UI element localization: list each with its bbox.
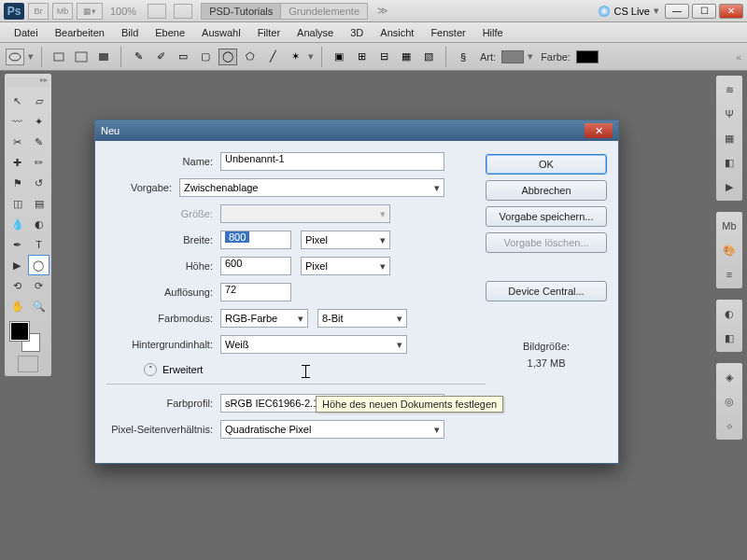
menu-bild[interactable]: Bild bbox=[113, 25, 147, 40]
ok-button[interactable]: OK bbox=[486, 154, 607, 175]
farbmodus-select[interactable]: RGB-Farbe bbox=[220, 309, 308, 328]
3d-camera-icon[interactable]: ⟳ bbox=[28, 275, 49, 296]
subtract-shape-icon[interactable]: ⊟ bbox=[374, 49, 393, 65]
current-tool-icon[interactable] bbox=[6, 49, 24, 65]
vorgabe-select[interactable]: Zwischenablage bbox=[179, 178, 444, 197]
minibridge-icon[interactable]: Mb bbox=[52, 3, 73, 20]
menu-fenster[interactable]: Fenster bbox=[422, 25, 473, 40]
info-panel-icon[interactable]: ▦ bbox=[720, 130, 739, 147]
channels-panel-icon[interactable]: ◎ bbox=[720, 393, 739, 410]
menu-3d[interactable]: 3D bbox=[342, 25, 372, 40]
polygon-shape-icon[interactable]: ⬠ bbox=[241, 49, 260, 65]
collapse-options-icon[interactable]: « bbox=[736, 51, 741, 63]
maximize-button[interactable]: ☐ bbox=[692, 4, 716, 19]
menu-bearbeiten[interactable]: Bearbeiten bbox=[47, 25, 113, 40]
styles-panel-icon[interactable]: ≡ bbox=[720, 266, 739, 283]
zoom-level[interactable]: 100% bbox=[110, 6, 136, 17]
crop-tool-icon[interactable]: ✂ bbox=[7, 132, 28, 152]
pen-icon[interactable]: ✎ bbox=[129, 49, 148, 65]
new-shape-layer-icon[interactable]: ▣ bbox=[330, 49, 348, 65]
pixelsv-select[interactable]: Quadratische Pixel bbox=[220, 420, 444, 439]
3d-tool-icon[interactable]: ⟲ bbox=[7, 275, 28, 296]
color-swatches[interactable] bbox=[7, 320, 49, 354]
path-select-icon[interactable]: ▶ bbox=[7, 255, 28, 275]
shape-layers-icon[interactable] bbox=[49, 49, 68, 65]
eraser-tool-icon[interactable]: ◫ bbox=[7, 193, 28, 214]
histogram-panel-icon[interactable]: ≋ bbox=[720, 81, 739, 98]
menu-analyse[interactable]: Analyse bbox=[289, 25, 342, 40]
breite-input[interactable]: 800 bbox=[220, 231, 291, 249]
bit-depth-select[interactable]: 8-Bit bbox=[317, 309, 407, 328]
bridge-icon[interactable]: Br bbox=[28, 3, 49, 20]
menu-datei[interactable]: Datei bbox=[6, 25, 47, 40]
dialog-close-button[interactable]: ✕ bbox=[585, 123, 613, 138]
freeform-pen-icon[interactable]: ✐ bbox=[151, 49, 170, 65]
menu-filter[interactable]: Filter bbox=[249, 25, 289, 40]
advanced-toggle[interactable]: ˄ Erweitert bbox=[106, 363, 486, 376]
name-input[interactable]: Unbenannt-1 bbox=[220, 152, 444, 171]
gradient-tool-icon[interactable]: ▤ bbox=[28, 193, 49, 214]
rounded-rect-shape-icon[interactable]: ▢ bbox=[196, 49, 215, 65]
marquee-tool-icon[interactable]: ▱ bbox=[28, 91, 49, 111]
art-swatch[interactable] bbox=[501, 50, 524, 63]
eyedropper-tool-icon[interactable]: ✎ bbox=[28, 132, 49, 152]
layout-picker-icon[interactable]: ▦▾ bbox=[77, 3, 103, 20]
rectangle-shape-icon[interactable]: ▭ bbox=[174, 49, 192, 65]
hoehe-unit-select[interactable]: Pixel bbox=[301, 257, 390, 275]
custom-shape-icon[interactable]: ✶ bbox=[286, 49, 304, 65]
farbe-swatch[interactable] bbox=[576, 50, 599, 63]
arrange-docs-icon[interactable] bbox=[148, 4, 166, 19]
layers-panel-icon[interactable]: ◈ bbox=[720, 369, 739, 385]
type-tool-icon[interactable]: T bbox=[28, 234, 49, 255]
save-preset-button[interactable]: Vorgabe speichern... bbox=[486, 206, 607, 227]
zoom-tool-icon[interactable]: 🔍 bbox=[28, 296, 49, 316]
shape-tool-icon[interactable]: ◯ bbox=[28, 255, 49, 275]
dialog-titlebar[interactable]: Neu ✕ bbox=[95, 120, 618, 141]
fill-pixels-icon[interactable] bbox=[94, 49, 113, 65]
minibridge-panel-icon[interactable]: Mb bbox=[720, 217, 739, 234]
navigator-panel-icon[interactable]: Ψ bbox=[720, 105, 739, 122]
history-brush-icon[interactable]: ↺ bbox=[28, 173, 49, 193]
tab-grundelemente[interactable]: Grundelemente bbox=[280, 3, 368, 20]
magic-wand-icon[interactable]: ✦ bbox=[28, 111, 49, 132]
color-panel-icon[interactable]: ◧ bbox=[720, 154, 739, 171]
aufloesung-input[interactable]: 72 bbox=[220, 283, 291, 301]
lasso-tool-icon[interactable]: 〰 bbox=[7, 111, 28, 132]
menu-ansicht[interactable]: Ansicht bbox=[372, 25, 422, 40]
menu-hilfe[interactable]: Hilfe bbox=[474, 25, 512, 40]
swatches-panel-icon[interactable]: 🎨 bbox=[720, 242, 739, 259]
menu-ebene[interactable]: Ebene bbox=[147, 25, 193, 40]
actions-panel-icon[interactable]: ▶ bbox=[720, 178, 739, 195]
foreground-color-swatch[interactable] bbox=[10, 322, 29, 341]
minimize-button[interactable]: — bbox=[665, 4, 689, 19]
quickmask-icon[interactable] bbox=[18, 356, 38, 372]
exclude-shape-icon[interactable]: ▧ bbox=[419, 49, 438, 65]
add-to-shape-icon[interactable]: ⊞ bbox=[352, 49, 371, 65]
tab-psd-tutorials[interactable]: PSD-Tutorials bbox=[201, 3, 281, 20]
adjustments-panel-icon[interactable]: ◐ bbox=[720, 305, 739, 322]
blur-tool-icon[interactable]: 💧 bbox=[7, 214, 28, 234]
ellipse-shape-icon[interactable]: ◯ bbox=[218, 49, 237, 65]
pen-tool-icon[interactable]: ✒ bbox=[7, 234, 28, 255]
cs-live-button[interactable]: CS Live ▾ bbox=[599, 5, 659, 17]
hoehe-input[interactable]: 600 bbox=[220, 257, 291, 275]
brush-tool-icon[interactable]: ✏ bbox=[28, 152, 49, 173]
bg-select[interactable]: Weiß bbox=[220, 335, 407, 354]
toolbox-grip[interactable] bbox=[7, 77, 49, 87]
line-shape-icon[interactable]: ╱ bbox=[263, 49, 282, 65]
dodge-tool-icon[interactable]: ◐ bbox=[28, 214, 49, 234]
screen-mode-icon[interactable] bbox=[174, 4, 192, 19]
masks-panel-icon[interactable]: ◧ bbox=[720, 329, 739, 346]
link-style-icon[interactable]: § bbox=[454, 49, 472, 65]
more-tabs-icon[interactable]: ≫ bbox=[377, 5, 388, 17]
close-button[interactable]: ✕ bbox=[719, 4, 743, 19]
hand-tool-icon[interactable]: ✋ bbox=[7, 296, 28, 316]
breite-unit-select[interactable]: Pixel bbox=[301, 231, 390, 249]
stamp-tool-icon[interactable]: ⚑ bbox=[7, 173, 28, 193]
device-central-button[interactable]: Device Central... bbox=[486, 281, 607, 301]
move-tool-icon[interactable]: ↖ bbox=[7, 91, 28, 111]
paths-icon[interactable] bbox=[72, 49, 91, 65]
intersect-shape-icon[interactable]: ▦ bbox=[397, 49, 416, 65]
menu-auswahl[interactable]: Auswahl bbox=[193, 25, 249, 40]
cancel-button[interactable]: Abbrechen bbox=[486, 180, 607, 201]
